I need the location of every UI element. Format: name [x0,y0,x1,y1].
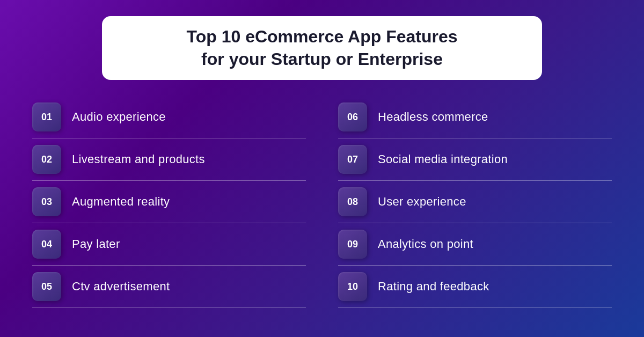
features-grid: 01Audio experience06Headless commerce02L… [32,96,612,308]
feature-number-badge: 09 [338,230,367,259]
feature-item: 04Pay later [32,223,306,266]
feature-number-badge: 10 [338,272,367,301]
feature-number-badge: 02 [32,145,61,174]
feature-item: 07Social media integration [338,138,612,181]
title-card: Top 10 eCommerce App Features for your S… [102,16,542,80]
feature-item: 02Livestream and products [32,138,306,181]
feature-label: Pay later [72,237,120,251]
feature-item: 06Headless commerce [338,96,612,138]
feature-item: 03Augmented reality [32,181,306,223]
feature-label: Livestream and products [72,152,205,166]
feature-label: Ctv advertisement [72,280,170,294]
feature-label: Social media integration [378,152,508,166]
feature-number-badge: 08 [338,187,367,216]
feature-number-badge: 04 [32,230,61,259]
feature-label: Audio experience [72,110,166,124]
feature-item: 09Analytics on point [338,223,612,266]
feature-number-badge: 05 [32,272,61,301]
feature-number-badge: 07 [338,145,367,174]
page-title: Top 10 eCommerce App Features for your S… [134,26,510,70]
feature-item: 05Ctv advertisement [32,266,306,308]
feature-label: User experience [378,195,466,209]
feature-item: 01Audio experience [32,96,306,138]
feature-label: Augmented reality [72,195,170,209]
feature-item: 08User experience [338,181,612,223]
feature-number-badge: 03 [32,187,61,216]
feature-number-badge: 01 [32,102,61,131]
feature-label: Analytics on point [378,237,473,251]
feature-number-badge: 06 [338,102,367,131]
feature-label: Headless commerce [378,110,488,124]
feature-item: 10Rating and feedback [338,266,612,308]
feature-label: Rating and feedback [378,280,489,294]
